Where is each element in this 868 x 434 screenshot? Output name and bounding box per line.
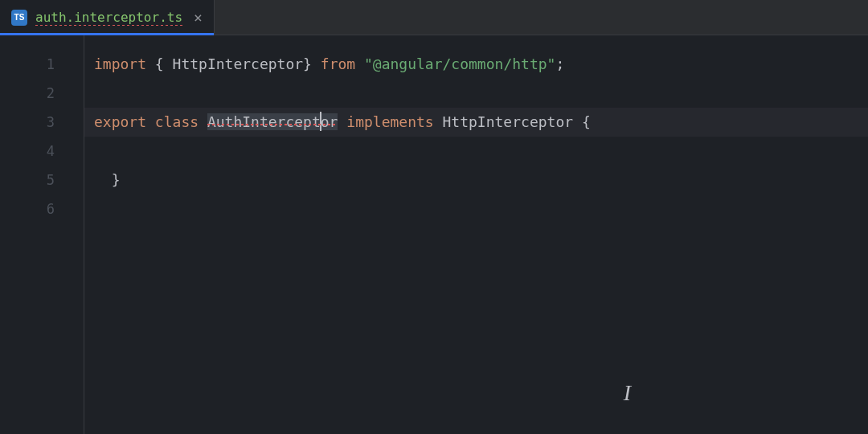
line-number: 6 xyxy=(0,194,84,223)
line-number: 4 xyxy=(0,137,84,166)
close-icon[interactable]: × xyxy=(194,9,203,26)
tab-filename: auth.interceptor.ts xyxy=(35,10,182,25)
code-line-5[interactable]: } xyxy=(84,166,868,194)
code-line-4[interactable] xyxy=(84,137,868,166)
editor[interactable]: 1 2 3 4 5 6 import { HttpInterceptor} fr… xyxy=(0,35,868,434)
code-line-2[interactable] xyxy=(84,79,868,108)
tab-bar: TS auth.interceptor.ts × xyxy=(0,0,868,35)
code-line-1[interactable]: import { HttpInterceptor} from "@angular… xyxy=(84,50,868,79)
file-tab[interactable]: TS auth.interceptor.ts × xyxy=(0,0,215,35)
line-number: 1 xyxy=(0,50,84,79)
line-number: 5 xyxy=(0,166,84,194)
line-number: 2 xyxy=(0,79,84,108)
typescript-icon: TS xyxy=(11,10,27,26)
line-number-gutter: 1 2 3 4 5 6 xyxy=(0,35,84,434)
code-line-6[interactable] xyxy=(84,194,868,223)
line-number: 3 xyxy=(0,108,84,137)
mouse-text-cursor-icon: I xyxy=(624,380,631,406)
code-area[interactable]: import { HttpInterceptor} from "@angular… xyxy=(84,35,868,434)
text-cursor xyxy=(320,112,321,131)
code-line-3-active[interactable]: export class AuthInterceptor implements … xyxy=(84,108,868,137)
